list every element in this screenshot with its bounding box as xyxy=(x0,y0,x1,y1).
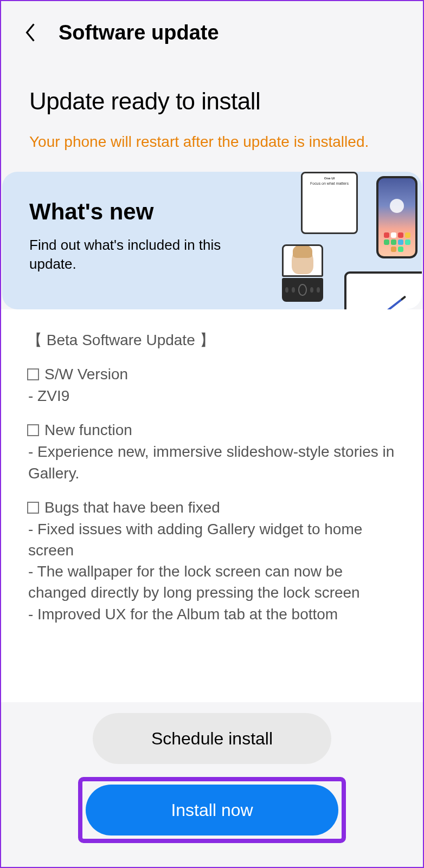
app-header: Software update xyxy=(1,1,423,55)
header-title: Software update xyxy=(59,21,219,44)
install-now-highlight: Install now xyxy=(78,777,346,843)
new-function-item: New function - Experience new, immersive… xyxy=(27,422,397,483)
schedule-install-button[interactable]: Schedule install xyxy=(93,713,331,764)
install-now-button[interactable]: Install now xyxy=(86,785,338,835)
whats-new-title: What's new xyxy=(29,199,400,225)
fade-overlay xyxy=(1,681,423,702)
version-label: S/W Version xyxy=(44,366,128,383)
page-title: Update ready to install xyxy=(1,55,423,131)
checkbox-icon xyxy=(27,424,39,436)
version-item: S/W Version - ZVI9 xyxy=(27,366,397,406)
restart-warning: Your phone will restart after the update… xyxy=(1,131,423,172)
update-details[interactable]: 【 Beta Software Update 】 S/W Version - Z… xyxy=(1,309,423,702)
main-content: Update ready to install Your phone will … xyxy=(1,55,423,867)
bugs-label: Bugs that have been fixed xyxy=(44,499,220,516)
version-value: - ZVI9 xyxy=(28,385,397,406)
bugs-fixed-item: Bugs that have been fixed - Fixed issues… xyxy=(27,499,397,625)
checkbox-icon xyxy=(27,368,39,380)
function-value: - Experience new, immersive slideshow-st… xyxy=(28,441,397,483)
whats-new-card[interactable]: What's new Find out what's included in t… xyxy=(2,172,422,309)
checkbox-icon xyxy=(27,502,39,514)
whats-new-subtitle: Find out what's included in this update. xyxy=(29,236,230,274)
back-icon[interactable] xyxy=(23,21,38,44)
button-area: Schedule install Install now xyxy=(1,702,423,867)
bugs-value-1: - Fixed issues with adding Gallery widge… xyxy=(28,519,397,561)
function-label: New function xyxy=(44,422,132,439)
whats-new-content: What's new Find out what's included in t… xyxy=(29,199,400,300)
bugs-value-2: - The wallpaper for the lock screen can … xyxy=(28,561,397,603)
details-section-title: 【 Beta Software Update 】 xyxy=(27,330,397,351)
bugs-value-3: - Improved UX for the Album tab at the b… xyxy=(28,604,397,625)
